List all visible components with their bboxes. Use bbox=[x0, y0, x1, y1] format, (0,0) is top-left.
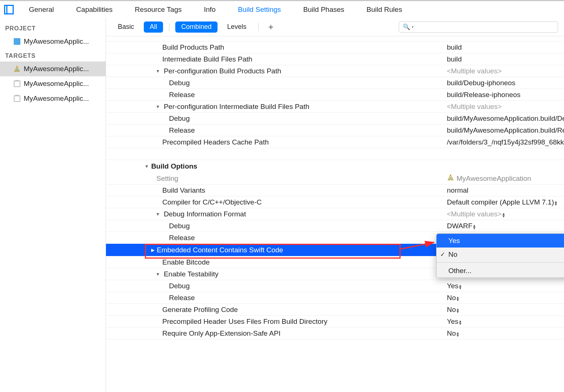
setting-row[interactable]: ▼Per-configuration Build Products Path<M… bbox=[106, 65, 564, 77]
setting-value[interactable]: build bbox=[447, 55, 462, 63]
target-item-label: MyAwesomeApplic... bbox=[24, 94, 89, 103]
setting-row[interactable]: Debugbuild/MyAwesomeApplication.build/De… bbox=[106, 113, 564, 124]
setting-key: Release bbox=[169, 294, 195, 302]
filter-basic-button[interactable]: Basic bbox=[112, 21, 140, 33]
setting-key: Generate Profiling Code bbox=[162, 306, 238, 314]
disclosure-triangle-icon: ▼ bbox=[156, 212, 160, 217]
left-panel-icon bbox=[4, 5, 14, 14]
setting-key: Build Products Path bbox=[162, 43, 224, 52]
disclosure-triangle-icon: ▼ bbox=[156, 69, 160, 74]
tab-build-settings[interactable]: Build Settings bbox=[227, 1, 292, 19]
column-target-label: MyAwesomeApplication bbox=[457, 175, 531, 183]
filter-combined-button[interactable]: Combined bbox=[175, 21, 218, 33]
setting-value[interactable]: <Multiple values> bbox=[447, 103, 502, 111]
setting-key: Debug bbox=[169, 79, 190, 87]
main-tab-bar: GeneralCapabilitiesResource TagsInfoBuil… bbox=[0, 0, 564, 18]
setting-key: Intermediate Build Files Path bbox=[162, 55, 252, 63]
setting-row[interactable]: Require Only App-Extension-Safe APINo ▲▼ bbox=[106, 328, 564, 339]
filter-all-button[interactable]: All bbox=[144, 21, 163, 33]
stepper-icon: ▲▼ bbox=[456, 296, 458, 301]
setting-key: Require Only App-Extension-Safe API bbox=[162, 329, 281, 338]
setting-value[interactable]: No ▲▼ bbox=[447, 306, 458, 314]
app-icon bbox=[447, 174, 454, 183]
setting-value[interactable]: No ▲▼ bbox=[447, 329, 458, 338]
setting-key: Precompiled Headers Cache Path bbox=[162, 138, 269, 146]
stepper-icon: ▲▼ bbox=[456, 332, 458, 337]
setting-row[interactable]: DebugYes ▲▼ bbox=[106, 280, 564, 292]
search-icon: 🔍 bbox=[403, 23, 410, 30]
setting-key: Enable Testability bbox=[164, 270, 219, 278]
menu-item-yes[interactable]: Yes bbox=[437, 234, 564, 248]
tab-info[interactable]: Info bbox=[193, 1, 227, 19]
setting-value[interactable]: /var/folders/3_/nqf15y4j32sf998_68kkq... bbox=[447, 138, 564, 146]
setting-value[interactable]: build bbox=[447, 43, 462, 52]
setting-row[interactable]: Build Products Pathbuild bbox=[106, 41, 564, 53]
section-title: Build Options bbox=[151, 162, 198, 170]
stepper-icon: ▲▼ bbox=[554, 200, 556, 206]
setting-key: Build Variants bbox=[162, 186, 205, 195]
setting-row[interactable]: Releasebuild/Release-iphoneos bbox=[106, 89, 564, 101]
menu-item-other[interactable]: Other... bbox=[437, 264, 564, 278]
add-setting-button[interactable]: + bbox=[265, 22, 277, 32]
tab-build-rules[interactable]: Build Rules bbox=[355, 1, 413, 19]
build-settings-table: Build Products PathbuildIntermediate Bui… bbox=[106, 36, 564, 392]
setting-value[interactable]: build/MyAwesomeApplication.build/Rele... bbox=[447, 126, 564, 134]
panel-toggle-button[interactable] bbox=[0, 1, 18, 19]
setting-row[interactable]: Debugbuild/Debug-iphoneos bbox=[106, 77, 564, 89]
project-item-label: MyAwesomeApplic... bbox=[24, 37, 89, 46]
setting-row[interactable]: Build Variantsnormal bbox=[106, 185, 564, 196]
setting-row[interactable]: Intermediate Build Files Pathbuild bbox=[106, 53, 564, 65]
setting-key: Precompiled Header Uses Files From Build… bbox=[162, 318, 328, 326]
setting-key: Embedded Content Contains Swift Code bbox=[157, 246, 283, 254]
search-input[interactable] bbox=[415, 24, 554, 30]
setting-row[interactable]: Compiler for C/C++/Objective-CDefault co… bbox=[106, 196, 564, 208]
setting-value[interactable]: Yes ▲▼ bbox=[447, 318, 461, 326]
stepper-icon: ▲▼ bbox=[502, 212, 504, 217]
disclosure-triangle-icon: ▶ bbox=[151, 248, 155, 253]
setting-key: Release bbox=[169, 234, 195, 242]
disclosure-triangle-icon: ▼ bbox=[145, 164, 149, 169]
section-build-options[interactable]: ▼ Build Options bbox=[106, 160, 564, 173]
stepper-icon: ▲▼ bbox=[458, 320, 461, 325]
setting-value[interactable]: No ▲▼ bbox=[447, 294, 458, 302]
setting-value[interactable]: DWARF ▲▼ bbox=[447, 222, 475, 230]
setting-row[interactable]: Precompiled Header Uses Files From Build… bbox=[106, 316, 564, 328]
setting-value[interactable]: build/MyAwesomeApplication.build/Deb... bbox=[447, 114, 564, 123]
target-placeholder-icon bbox=[13, 95, 21, 102]
column-setting-label: Setting bbox=[156, 175, 178, 183]
xcodeproj-icon bbox=[13, 38, 21, 45]
project-item[interactable]: MyAwesomeApplic... bbox=[0, 34, 106, 49]
tab-resource-tags[interactable]: Resource Tags bbox=[124, 1, 193, 19]
tab-general[interactable]: General bbox=[18, 1, 65, 19]
search-field[interactable]: 🔍 ▾ bbox=[399, 21, 558, 33]
setting-row[interactable]: ▼Per-configuration Intermediate Build Fi… bbox=[106, 101, 564, 113]
filter-bar: Basic All Combined Levels + 🔍 ▾ bbox=[106, 18, 564, 36]
setting-row[interactable]: Releasebuild/MyAwesomeApplication.build/… bbox=[106, 124, 564, 136]
setting-key: Release bbox=[169, 126, 195, 134]
disclosure-triangle-icon: ▼ bbox=[156, 272, 160, 277]
tab-capabilities[interactable]: Capabilities bbox=[65, 1, 124, 19]
tab-build-phases[interactable]: Build Phases bbox=[292, 1, 355, 19]
setting-value[interactable]: Default compiler (Apple LLVM 7.1) ▲▼ bbox=[447, 198, 556, 206]
divider bbox=[258, 23, 259, 31]
menu-item-no[interactable]: ✓No bbox=[437, 248, 564, 261]
target-item[interactable]: MyAwesomeApplic... bbox=[0, 62, 106, 76]
setting-value[interactable]: <Multiple values> ▲▼ bbox=[447, 210, 504, 218]
setting-key: Release bbox=[169, 91, 195, 99]
target-item[interactable]: MyAwesomeApplic... bbox=[0, 91, 106, 106]
setting-row[interactable]: Precompiled Headers Cache Path/var/folde… bbox=[106, 136, 564, 148]
setting-key: Per-configuration Build Products Path bbox=[164, 67, 281, 75]
setting-value[interactable]: build/Release-iphoneos bbox=[447, 91, 521, 99]
setting-row[interactable]: DebugDWARF ▲▼ bbox=[106, 220, 564, 232]
setting-row[interactable]: ▼Debug Information Format<Multiple value… bbox=[106, 208, 564, 220]
setting-value[interactable]: <Multiple values> bbox=[447, 67, 502, 75]
setting-row[interactable]: Generate Profiling CodeNo ▲▼ bbox=[106, 304, 564, 316]
stepper-icon: ▲▼ bbox=[456, 308, 458, 313]
setting-value[interactable]: normal bbox=[447, 186, 468, 195]
setting-value[interactable]: Yes ▲▼ bbox=[447, 282, 461, 290]
setting-row[interactable]: ReleaseNo ▲▼ bbox=[106, 292, 564, 304]
setting-value[interactable]: build/Debug-iphoneos bbox=[447, 79, 515, 87]
target-item[interactable]: MyAwesomeApplic... bbox=[0, 76, 106, 91]
setting-key: Debug Information Format bbox=[164, 210, 246, 218]
filter-levels-button[interactable]: Levels bbox=[221, 21, 252, 33]
